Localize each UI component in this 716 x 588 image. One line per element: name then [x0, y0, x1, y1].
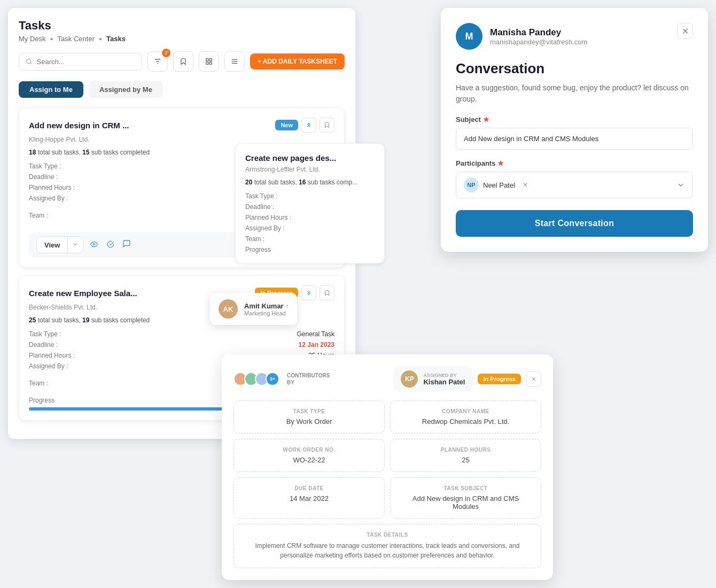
search-icon — [26, 58, 33, 65]
meta-row-3-assigned: Assigned By : — [245, 225, 375, 232]
task-card-1-up-btn[interactable] — [301, 118, 316, 133]
due-date-cell-value: 14 Mar 2022 — [243, 494, 376, 502]
close-icon-detail — [531, 376, 537, 382]
participant-name: Neel Patel — [483, 181, 515, 189]
team-label-2: Team : — [29, 380, 48, 393]
breadcrumb-mydesk[interactable]: My Desk — [19, 35, 46, 43]
task-card-3-header: Create new pages des... — [245, 153, 375, 163]
participants-select[interactable]: NP Neel Patel ✕ — [456, 172, 693, 198]
message-icon[interactable] — [122, 239, 131, 251]
filter-badge: 7 — [162, 49, 170, 57]
task-details-cell-value: Implement CRM software to manage custome… — [243, 541, 532, 560]
filter-btn[interactable]: 7 — [147, 51, 168, 72]
deadline-value-2: 12 Jan 2023 — [299, 341, 334, 349]
list-view-btn[interactable] — [224, 51, 245, 72]
task-card-1-header: Add new design in CRM ... New — [29, 118, 334, 133]
eye-icon[interactable] — [89, 239, 99, 251]
task-card-3-meta: Task Type : Deadline : Planned Hours : A… — [245, 192, 375, 253]
view-button[interactable]: View — [37, 238, 67, 252]
detail-cell-tasktype: TASK TYPE By Work Order — [234, 400, 385, 434]
tooltip-info: Amit Kumar ↑ Marketing Head — [244, 302, 289, 316]
view-dropdown[interactable]: View — [36, 236, 83, 253]
bookmark-btn[interactable] — [173, 51, 193, 72]
task-card-3: Create new pages des... Armstrong-Leffle… — [235, 143, 385, 264]
search-box — [19, 53, 142, 71]
svg-point-0 — [27, 59, 31, 63]
task-card-2-down-btn[interactable] — [301, 285, 316, 300]
detail-cell-duedate: DUE DATE 14 Mar 2022 — [234, 477, 385, 519]
required-star-subject: ★ — [483, 115, 489, 123]
planned-hours-label: Planned Hours : — [29, 184, 75, 191]
planned-hours-label-3: Planned Hours : — [245, 214, 291, 221]
deadline-label-2: Deadline : — [29, 341, 58, 349]
conv-user-name: Manisha Pandey — [490, 27, 587, 38]
meta-row-2-deadline: Deadline : 12 Jan 2023 — [29, 341, 334, 349]
search-input[interactable] — [37, 58, 135, 66]
deadline-label-3: Deadline : — [245, 203, 274, 211]
window-title: Tasks — [19, 19, 345, 33]
tooltip-name: Amit Kumar ↑ — [244, 302, 289, 310]
subject-input[interactable] — [456, 128, 693, 150]
task-card-2-total: 25 — [29, 316, 36, 324]
grid-view-btn[interactable] — [199, 51, 219, 72]
conversation-window: M Manisha Pandey manishapandey@vitafresh… — [441, 8, 708, 252]
task-card-1-total: 18 — [29, 149, 36, 156]
due-date-cell-label: DUE DATE — [243, 485, 376, 491]
chevron-down-icon-participants — [676, 181, 685, 189]
chevron-down-icon — [72, 241, 79, 247]
bookmark-icon-2 — [324, 289, 330, 297]
participant-remove-btn[interactable]: ✕ — [523, 181, 528, 189]
svg-point-11 — [94, 243, 96, 245]
breadcrumb-dot-1: ● — [50, 36, 53, 42]
required-star-participants: ★ — [497, 159, 504, 167]
company-cell-value: Redwop Chemicals Pvt. Ltd. — [399, 417, 532, 425]
breadcrumb-taskcenter[interactable]: Task Center — [58, 35, 95, 43]
tooltip-avatar: AK — [219, 299, 238, 319]
list-icon — [231, 58, 238, 65]
svg-rect-6 — [206, 62, 208, 64]
svg-rect-5 — [209, 59, 212, 61]
start-conversation-button[interactable]: Start Conversation — [456, 210, 693, 237]
toolbar: 7 + ADD DAILY TASKSHEET — [19, 51, 345, 72]
work-order-cell-label: WORK ORDER NO. — [243, 447, 376, 453]
contrib-avatar-more: 3+ — [266, 372, 279, 386]
task-card-2-title: Create new Employee Sala... — [29, 289, 137, 298]
task-card-1-bookmark-btn[interactable] — [320, 118, 334, 133]
task-card-3-completed: 16 — [299, 179, 306, 186]
add-tasksheet-button[interactable]: + ADD DAILY TASKSHEET — [250, 53, 345, 69]
task-card-1-badges: New — [275, 118, 334, 133]
filter-tab-assigned-by-me[interactable]: Assigned by Me — [89, 81, 163, 98]
conv-user-email: manishapandey@vitafresh.com — [490, 38, 587, 46]
filter-tab-assign-to-me[interactable]: Assign to Me — [19, 81, 83, 98]
company-cell-label: COMPANY NAME — [399, 408, 532, 414]
task-card-3-stats: 20 total sub tasks, 16 sub tasks comp... — [245, 179, 375, 186]
conv-avatar: M — [456, 23, 482, 50]
meta-row-3-team: Team : — [245, 235, 375, 243]
breadcrumb: My Desk ● Task Center ● Tasks — [19, 35, 345, 43]
deadline-label: Deadline : — [29, 173, 58, 181]
meta-row-3-deadline: Deadline : — [245, 203, 375, 211]
grid-icon — [205, 58, 213, 65]
planned-hours-cell-value: 25 — [399, 456, 532, 464]
view-dropdown-arrow[interactable] — [67, 237, 83, 253]
meta-row-3-progress: Progress — [245, 246, 375, 253]
action-icons — [89, 239, 131, 251]
assigned-by-label-3: Assigned By : — [245, 225, 284, 232]
close-conversation-button[interactable]: ✕ — [677, 23, 693, 39]
task-card-2-bookmark-btn[interactable] — [320, 285, 334, 300]
check-icon[interactable] — [106, 239, 115, 251]
assigned-info: ASSIGNED BY Kishan Patel — [423, 373, 465, 386]
detail-cell-tasksubject: TASK SUBJECT Add New design in CRM and C… — [390, 477, 541, 519]
task-card-3-title: Create new pages des... — [245, 153, 336, 163]
tooltip-up-arrow: ↑ — [285, 303, 289, 310]
assigned-by-label-detail: ASSIGNED BY — [423, 373, 465, 378]
detail-header: 3+ CONTRIBUTORSBY KP ASSIGNED BY Kishan … — [234, 366, 541, 392]
detail-close-btn[interactable] — [526, 372, 541, 386]
detail-cell-taskdetails: TASK DETAILS Implement CRM software to m… — [234, 524, 541, 568]
task-type-cell-value: By Work Order — [243, 417, 376, 425]
task-card-3-total: 20 — [245, 179, 252, 186]
participants-label: Participants ★ — [456, 159, 693, 167]
svg-rect-4 — [206, 59, 208, 61]
filter-tabs: Assign to Me Assigned by Me — [19, 81, 345, 98]
breadcrumb-tasks[interactable]: Tasks — [106, 35, 126, 43]
